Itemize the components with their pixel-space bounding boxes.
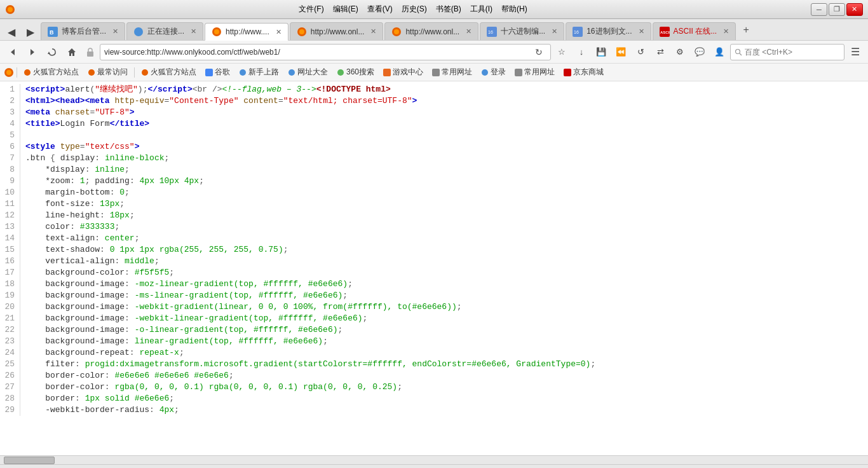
nav-back-button[interactable] — [4, 44, 22, 60]
tab-blog[interactable]: B 博客后台管... ✕ — [41, 22, 125, 40]
tab-blog-close[interactable]: ✕ — [112, 27, 118, 36]
address-bar[interactable] — [104, 48, 529, 57]
svg-text:B: B — [50, 29, 54, 36]
line-content: background-color: #f5f5f5; — [25, 267, 868, 279]
menu-history[interactable]: 历史(S) — [398, 3, 431, 16]
nav-savepage-button[interactable]: 💾 — [592, 44, 610, 60]
new-tab-button[interactable]: + — [738, 22, 754, 38]
nav-home-button[interactable] — [63, 44, 81, 60]
bookmark-firefox-official[interactable]: 火狐官方站点 — [20, 65, 83, 79]
line-number: 1 — [0, 84, 20, 95]
tab-hex[interactable]: 16 十六进制编... ✕ — [480, 22, 564, 40]
nav-comment-button[interactable]: 💬 — [691, 44, 709, 60]
bookmark-firefox-official2[interactable]: 火狐官方站点 — [137, 65, 200, 79]
bookmark-sep-2 — [134, 67, 135, 78]
line-number: 26 — [0, 370, 20, 382]
tab-active-icon — [212, 27, 222, 37]
bookmark-common-urls2[interactable]: 常用网址 — [511, 65, 559, 79]
svg-marker-18 — [31, 49, 34, 55]
back-icon — [8, 48, 17, 57]
bookmark-360[interactable]: 360搜索 — [333, 65, 378, 79]
menu-bookmarks[interactable]: 书签(B) — [432, 3, 465, 16]
nav-switch-button[interactable]: ⇄ — [651, 44, 669, 60]
svg-point-1 — [8, 7, 13, 12]
bookmark-google[interactable]: 谷歌 — [201, 65, 234, 79]
bookmark-new-user[interactable]: 新手上路 — [235, 65, 283, 79]
line-number: 29 — [0, 404, 20, 416]
tab-active[interactable]: http://www.... ✕ — [205, 23, 288, 41]
nav-history-button[interactable]: ⏪ — [612, 44, 630, 60]
nav-sync-button[interactable]: ↺ — [632, 44, 649, 60]
svg-point-6 — [214, 29, 219, 34]
line-content: background-repeat: repeat-x; — [25, 347, 868, 359]
tab-hex2-close[interactable]: ✕ — [639, 27, 644, 36]
line-number: 6 — [0, 141, 20, 153]
menu-tools[interactable]: 工具(I) — [466, 3, 496, 16]
tab-connecting-icon — [133, 27, 144, 37]
bookmark-icon-7 — [337, 69, 344, 76]
line-number: 15 — [0, 244, 20, 256]
tab-hex-close[interactable]: ✕ — [552, 27, 557, 36]
menu-file[interactable]: 文件(F) — [295, 3, 327, 16]
refresh-address-button[interactable]: ↻ — [531, 44, 546, 60]
bookmark-games[interactable]: 游戏中心 — [379, 65, 427, 79]
tab-connecting-close[interactable]: ✕ — [191, 27, 196, 36]
nav-download-button[interactable]: ↓ — [573, 44, 590, 60]
source-line: 12 line-height: 18px; — [0, 210, 868, 221]
line-content: color: #333333; — [25, 221, 868, 233]
restore-button[interactable]: ❐ — [829, 3, 845, 16]
tab-forward-button[interactable]: ▶ — [22, 24, 39, 40]
tab-connecting[interactable]: 正在连接... ✕ — [126, 22, 203, 40]
source-line: 26 border-color: #e6e6e6 #e6e6e6 #e6e6e6… — [0, 370, 868, 382]
search-input[interactable] — [745, 48, 840, 57]
line-content: background-image: -webkit-gradient(linea… — [25, 301, 868, 313]
nav-user-button[interactable]: 👤 — [710, 44, 728, 60]
svg-point-32 — [337, 69, 344, 76]
bookmark-icon-5 — [239, 69, 247, 76]
menu-view[interactable]: 查看(V) — [363, 3, 397, 16]
source-line: 7.btn { display: inline-block; — [0, 153, 868, 164]
lock-icon — [86, 48, 94, 57]
tab-back-button[interactable]: ◀ — [3, 24, 20, 40]
line-number: 28 — [0, 393, 20, 404]
line-number: 10 — [0, 187, 20, 198]
nav-settings-button[interactable]: ⚙ — [671, 44, 689, 60]
svg-point-30 — [240, 69, 246, 76]
horizontal-scrollbar[interactable] — [0, 455, 868, 464]
source-line: 1<script>alert("继续找吧");</script><br /><!… — [0, 84, 868, 95]
close-button[interactable]: ✕ — [846, 3, 863, 16]
nav-reload-button[interactable] — [43, 44, 61, 60]
tab-ascii[interactable]: ASCII ASCII 在线... ✕ — [653, 22, 736, 40]
line-content: vertical-align: middle; — [25, 256, 868, 267]
line-content: text-align: center; — [25, 233, 868, 244]
bookmark-icon-8 — [383, 69, 391, 76]
menu-open-button[interactable]: ☰ — [846, 44, 864, 60]
line-number: 8 — [0, 164, 20, 176]
bookmark-login[interactable]: 登录 — [477, 65, 510, 79]
source-view[interactable]: 1<script>alert("继续找吧");</script><br /><!… — [0, 81, 868, 455]
nav-forward-button[interactable] — [24, 44, 41, 60]
svg-marker-20 — [68, 48, 76, 56]
menu-help[interactable]: 帮助(H) — [498, 3, 531, 16]
scroll-thumb[interactable] — [4, 457, 55, 464]
menu-edit[interactable]: 编辑(E) — [329, 3, 362, 16]
tab-4[interactable]: http://www.onl... ✕ — [290, 22, 384, 40]
minimize-button[interactable]: ─ — [811, 3, 827, 16]
tab-ascii-close[interactable]: ✕ — [723, 27, 729, 36]
source-line: 20 background-image: -webkit-gradient(li… — [0, 301, 868, 313]
source-line: 8 *display: inline; — [0, 164, 868, 176]
bookmark-common-urls[interactable]: 常用网址 — [428, 65, 476, 79]
line-number: 2 — [0, 95, 20, 107]
bookmark-most-visited[interactable]: 最常访问 — [84, 65, 132, 79]
bookmark-star-button[interactable]: ☆ — [553, 44, 571, 60]
tab-active-close[interactable]: ✕ — [276, 28, 281, 36]
bookmark-jd[interactable]: 京东商城 — [560, 65, 607, 79]
tab-5[interactable]: http://www.onl... ✕ — [384, 22, 478, 40]
tab-hex2[interactable]: 16 16进制到文... ✕ — [566, 22, 651, 40]
tab-4-close[interactable]: ✕ — [370, 27, 376, 36]
source-line: 29 -webkit-border-radius: 4px; — [0, 404, 868, 416]
bookmark-url-all[interactable]: 网址大全 — [284, 65, 332, 79]
line-content: background-image: -moz-linear-gradient(t… — [25, 279, 868, 290]
bookmark-icon-3 — [141, 69, 149, 76]
tab-5-close[interactable]: ✕ — [466, 27, 471, 36]
